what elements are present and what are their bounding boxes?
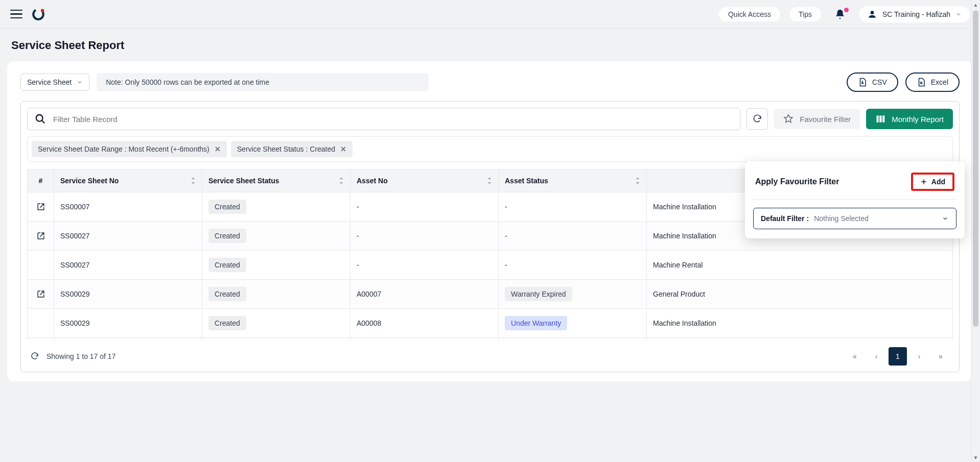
scroll-up-arrow[interactable]: ▲: [971, 0, 980, 9]
cell-asset-status: -: [499, 222, 647, 251]
table-row: SS00029CreatedA00008Under WarrantyMachin…: [28, 309, 953, 338]
asset-status-badge: Warranty Expired: [505, 287, 572, 301]
chevron-down-icon: [77, 79, 83, 85]
page-prev-button[interactable]: ‹: [867, 347, 885, 366]
scroll-thumb[interactable]: [973, 10, 978, 327]
app-logo: [32, 8, 45, 21]
cell-asset-status: -: [499, 251, 647, 280]
columns-icon: [875, 114, 885, 124]
open-cell: [28, 192, 54, 222]
topbar: Quick Access Tips SC Training - Hafizah: [0, 0, 980, 29]
user-menu[interactable]: SC Training - Hafizah: [859, 6, 970, 22]
status-badge: Created: [208, 258, 246, 272]
svg-point-3: [36, 115, 43, 121]
notification-dot: [844, 8, 849, 12]
cell-extra: General Product: [647, 338, 953, 341]
default-filter-value: Nothing Selected: [814, 214, 869, 223]
tips-button[interactable]: Tips: [789, 7, 821, 21]
open-cell: [28, 309, 54, 338]
col-service-sheet-status[interactable]: Service Sheet Status: [202, 169, 351, 192]
cell-extra: Machine Installation: [647, 309, 953, 338]
col-asset-no[interactable]: Asset No: [351, 169, 499, 192]
svg-point-2: [871, 11, 874, 14]
cell-asset-status: Warranty Expired: [499, 280, 647, 309]
add-favourite-filter-button[interactable]: Add: [911, 173, 954, 191]
page-next-button[interactable]: ›: [910, 347, 928, 366]
cell-service-sheet-status: Created: [202, 192, 351, 222]
sort-icon[interactable]: [634, 177, 641, 184]
user-label: SC Training - Hafizah: [882, 10, 950, 18]
open-in-new-icon[interactable]: [34, 289, 48, 299]
chevron-down-icon: [942, 215, 949, 222]
export-note: Note: Only 50000 rows can be exported at…: [97, 73, 429, 91]
monthly-report-button[interactable]: Monthly Report: [866, 109, 953, 129]
chip-remove-icon[interactable]: ✕: [215, 145, 221, 153]
search-input[interactable]: [53, 115, 733, 124]
open-in-new-icon[interactable]: [34, 231, 48, 241]
popover-title: Apply Favourite Filter: [755, 177, 839, 186]
page-last-button[interactable]: »: [931, 347, 950, 366]
page-number-button[interactable]: 1: [889, 347, 907, 366]
svg-point-1: [41, 9, 44, 12]
cell-service-sheet-no: SS00029: [54, 309, 202, 338]
menu-icon[interactable]: [10, 8, 22, 20]
status-badge: Created: [208, 200, 246, 214]
search-box[interactable]: [27, 108, 740, 130]
export-excel-button[interactable]: Excel: [905, 72, 960, 92]
filter-chip: Service Sheet Status : Created ✕: [231, 141, 353, 157]
svg-rect-6: [882, 115, 884, 122]
cell-asset-status: Under Warranty: [499, 309, 647, 338]
star-icon: [783, 114, 794, 124]
refresh-button[interactable]: [746, 108, 768, 130]
chevron-down-icon: [955, 11, 962, 17]
cell-asset-no: -: [351, 192, 499, 222]
open-cell: [28, 338, 54, 341]
chip-remove-icon[interactable]: ✕: [340, 145, 346, 153]
favourite-filter-button[interactable]: Favourite Filter: [774, 109, 860, 129]
refresh-icon[interactable]: [30, 352, 39, 361]
table-row: SS00030A00007General Product: [28, 338, 953, 341]
plus-icon: [920, 178, 927, 185]
default-filter-label: Default Filter :: [761, 214, 809, 223]
report-type-select[interactable]: Service Sheet: [20, 74, 89, 91]
sort-icon[interactable]: [486, 177, 493, 184]
default-filter-select[interactable]: Default Filter : Nothing Selected: [753, 208, 956, 229]
cell-service-sheet-status: Created: [202, 222, 351, 251]
cell-service-sheet-status: Created: [202, 309, 351, 338]
page-first-button[interactable]: «: [846, 347, 864, 366]
open-cell: [28, 251, 54, 280]
sort-icon[interactable]: [190, 177, 197, 184]
filter-chip: Service Sheet Date Range : Most Recent (…: [32, 141, 227, 157]
table-footer: Showing 1 to 17 of 17 « ‹ 1 › »: [27, 340, 953, 366]
pagination: « ‹ 1 › »: [846, 347, 950, 366]
col-hash[interactable]: #: [28, 169, 54, 192]
status-badge: Created: [208, 287, 246, 301]
cell-service-sheet-status: Created: [202, 251, 351, 280]
sort-icon[interactable]: [338, 177, 345, 184]
cell-asset-no: -: [351, 222, 499, 251]
scroll-down-arrow[interactable]: ▼: [971, 453, 980, 462]
window-scrollbar[interactable]: ▲ ▼: [971, 0, 980, 462]
quick-access-button[interactable]: Quick Access: [719, 7, 780, 21]
cell-asset-no: -: [351, 251, 499, 280]
notifications-button[interactable]: [830, 9, 850, 20]
open-in-new-icon[interactable]: [34, 202, 48, 212]
cell-extra: General Product: [647, 280, 953, 309]
export-csv-button[interactable]: CSV: [847, 72, 898, 92]
search-icon: [35, 113, 46, 125]
file-excel-icon: [917, 78, 926, 87]
asset-status-badge: Under Warranty: [505, 316, 567, 330]
cell-asset-status: -: [499, 192, 647, 222]
report-type-value: Service Sheet: [27, 78, 72, 86]
cell-service-sheet-no: SS00027: [54, 251, 202, 280]
cell-asset-status: [499, 338, 647, 341]
cell-service-sheet-no: SS00007: [54, 192, 202, 222]
favourite-filter-popover: Apply Favourite Filter Add Default Filte…: [745, 161, 965, 238]
page-title: Service Sheet Report: [7, 29, 973, 61]
svg-rect-5: [880, 115, 882, 122]
cell-service-sheet-no: SS00029: [54, 280, 202, 309]
col-service-sheet-no[interactable]: Service Sheet No: [54, 169, 202, 192]
col-asset-status[interactable]: Asset Status: [499, 169, 647, 192]
refresh-icon: [752, 114, 762, 124]
cell-service-sheet-status: [202, 338, 351, 341]
